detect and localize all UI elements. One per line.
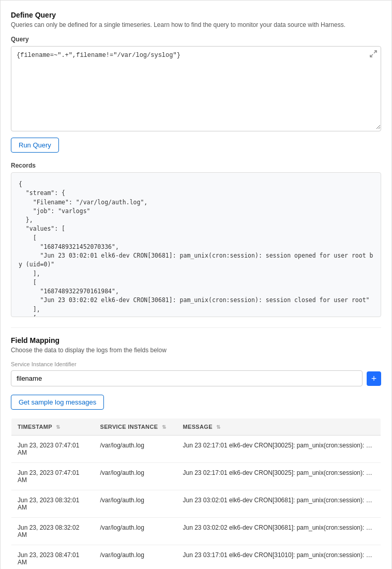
col-header-service-instance[interactable]: SERVICE INSTANCE ⇅ [94, 418, 177, 436]
cell-timestamp: Jun 23, 2023 07:47:01 AM [11, 463, 94, 490]
table-row: Jun 23, 2023 08:32:02 AM/var/log/auth.lo… [11, 518, 381, 545]
get-sample-button[interactable]: Get sample log messages [11, 395, 104, 410]
log-table-body: Jun 23, 2023 07:47:01 AM/var/log/auth.lo… [11, 436, 381, 570]
col-header-timestamp[interactable]: TIMESTAMP ⇅ [11, 418, 94, 436]
run-query-button[interactable]: Run Query [11, 138, 59, 153]
records-pre: { "stream": { "Filename": "/var/log/auth… [19, 180, 373, 317]
define-query-section: Define Query Queries can only be defined… [11, 11, 381, 162]
cell-message: Jun 23 03:17:01 elk6-dev CRON[31010]: pa… [177, 545, 381, 570]
cell-message: Jun 23 03:02:01 elk6-dev CRON[30681]: pa… [177, 490, 381, 518]
cell-service-instance: /var/log/auth.log [94, 490, 177, 518]
records-section: Records { "stream": { "Filename": "/var/… [11, 162, 381, 317]
field-mapping-section: Field Mapping Choose the data to display… [11, 336, 381, 418]
service-sort-icon: ⇅ [162, 424, 166, 430]
service-instance-input[interactable] [11, 370, 363, 386]
cell-service-instance: /var/log/auth.log [94, 518, 177, 545]
field-mapping-title: Field Mapping [11, 336, 381, 345]
cell-service-instance: /var/log/auth.log [94, 545, 177, 570]
page-container: Define Query Queries can only be defined… [0, 0, 392, 569]
define-query-title: Define Query [11, 11, 381, 19]
log-table-container: TIMESTAMP ⇅ SERVICE INSTANCE ⇅ MESSAGE ⇅… [11, 418, 381, 569]
service-instance-label: Service Instance Identifier [11, 361, 381, 367]
cell-service-instance: /var/log/auth.log [94, 463, 177, 490]
cell-timestamp: Jun 23, 2023 07:47:01 AM [11, 436, 94, 463]
table-row: Jun 23, 2023 08:32:01 AM/var/log/auth.lo… [11, 490, 381, 518]
expand-query-button[interactable] [369, 50, 378, 59]
service-instance-row: + [11, 370, 381, 386]
cell-timestamp: Jun 23, 2023 08:47:01 AM [11, 545, 94, 570]
col-header-message[interactable]: MESSAGE ⇅ [177, 418, 381, 436]
divider [11, 327, 381, 328]
log-table-header-row: TIMESTAMP ⇅ SERVICE INSTANCE ⇅ MESSAGE ⇅ [11, 418, 381, 436]
cell-service-instance: /var/log/auth.log [94, 436, 177, 463]
table-row: Jun 23, 2023 07:47:01 AM/var/log/auth.lo… [11, 463, 381, 490]
query-label: Query [11, 36, 381, 43]
cell-message: Jun 23 02:17:01 elk6-dev CRON[30025]: pa… [177, 463, 381, 490]
records-content: { "stream": { "Filename": "/var/log/auth… [11, 172, 381, 317]
timestamp-sort-icon: ⇅ [56, 424, 60, 430]
table-row: Jun 23, 2023 07:47:01 AM/var/log/auth.lo… [11, 436, 381, 463]
log-table: TIMESTAMP ⇅ SERVICE INSTANCE ⇅ MESSAGE ⇅… [11, 418, 381, 569]
field-mapping-desc: Choose the data to display the logs from… [11, 347, 381, 354]
define-query-desc: Queries can only be defined for a single… [11, 21, 381, 28]
log-table-head: TIMESTAMP ⇅ SERVICE INSTANCE ⇅ MESSAGE ⇅ [11, 418, 381, 436]
message-sort-icon: ⇅ [216, 424, 220, 430]
cell-message: Jun 23 02:17:01 elk6-dev CRON[30025]: pa… [177, 436, 381, 463]
cell-timestamp: Jun 23, 2023 08:32:02 AM [11, 518, 94, 545]
query-input[interactable]: {filename=~".+",filename!="/var/log/sysl… [11, 47, 381, 129]
add-field-button[interactable]: + [367, 371, 381, 386]
cell-message: Jun 23 03:02:02 elk6-dev CRON[30681]: pa… [177, 518, 381, 545]
cell-timestamp: Jun 23, 2023 08:32:01 AM [11, 490, 94, 518]
table-row: Jun 23, 2023 08:47:01 AM/var/log/auth.lo… [11, 545, 381, 570]
records-label: Records [11, 162, 381, 169]
query-box-wrapper: {filename=~".+",filename!="/var/log/sysl… [11, 46, 381, 131]
